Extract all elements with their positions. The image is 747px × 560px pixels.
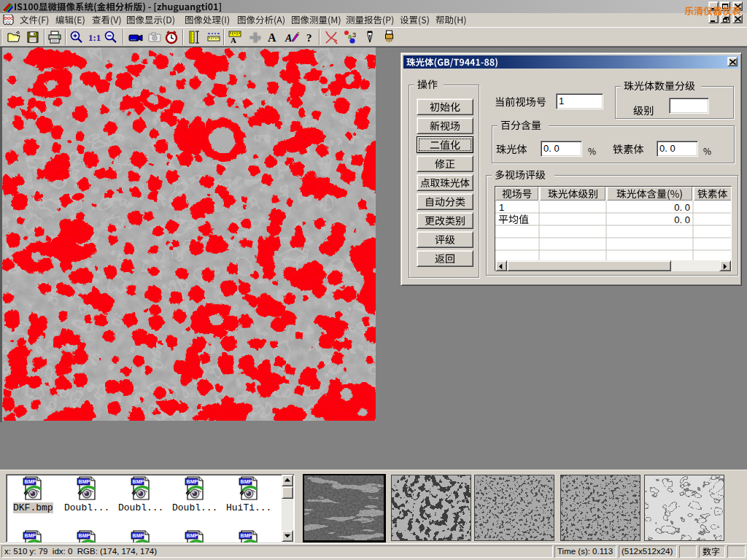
svg-text:BMP: BMP — [241, 479, 252, 484]
svg-text:BMP: BMP — [187, 479, 198, 484]
svg-text:BMP: BMP — [25, 533, 36, 538]
svg-text:3: 3 — [352, 31, 356, 39]
svg-text:?: ? — [306, 32, 312, 44]
svg-text:1:1: 1:1 — [88, 32, 101, 43]
svg-text:BMP: BMP — [187, 533, 198, 538]
svg-text:DOC: DOC — [4, 16, 13, 20]
svg-text:BMP: BMP — [79, 479, 90, 484]
svg-text:A: A — [285, 33, 292, 44]
svg-text:BMP: BMP — [79, 533, 90, 538]
svg-text:BMP: BMP — [25, 479, 36, 484]
svg-text:BMP: BMP — [241, 533, 252, 538]
svg-text:A: A — [268, 31, 276, 44]
svg-text:A: A — [231, 36, 236, 44]
svg-text:BMP: BMP — [133, 533, 144, 538]
svg-text:BMP: BMP — [133, 479, 144, 484]
